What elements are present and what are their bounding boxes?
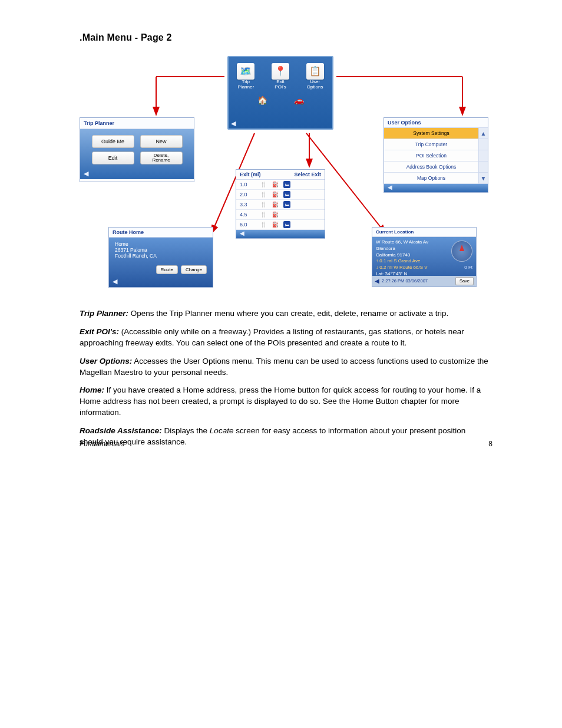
label: Exit POI's <box>275 80 286 90</box>
new-button[interactable]: New <box>140 135 183 148</box>
option-address-book[interactable]: Address Book Options <box>384 162 478 173</box>
page-footer: Fundamentals 8 <box>80 440 492 448</box>
edit-button[interactable]: Edit <box>92 151 134 164</box>
exit-poi-screenshot: Exit (mi) Select Exit 1.0🍴⛽🛏 2.0🍴⛽🛏 3.3🍴… <box>236 169 325 239</box>
user-options-title: User Options <box>384 118 488 128</box>
option-trip-computer[interactable]: Trip Computer <box>384 139 478 150</box>
back-icon[interactable]: ◀ <box>375 277 379 285</box>
route-button[interactable]: Route <box>156 265 178 274</box>
home-addr2: Foothill Ranch, CA <box>115 253 207 259</box>
description-text: Trip Planner: Opens the Trip Planner men… <box>80 308 488 448</box>
diagram-area: 🗺️ Trip Planner 📍 Exit POI's 📋 User Opti… <box>80 56 488 292</box>
exit-row[interactable]: 6.0🍴⛽🛏 <box>236 220 325 230</box>
term-home: Home: <box>80 386 104 394</box>
home-name: Home <box>115 241 207 247</box>
trip-planner-screenshot: Trip Planner Guide Me New Edit Delete, R… <box>80 117 194 182</box>
scroll-down-icon[interactable]: ▼ <box>478 173 488 184</box>
elevation: 0 Ft <box>464 265 472 271</box>
page-title: .Main Menu - Page 2 <box>80 32 488 43</box>
home-addr1: 26371 Paloma <box>115 247 207 253</box>
term-exit-pois: Exit POI's: <box>80 327 119 336</box>
current-location-title: Current Location <box>372 228 476 237</box>
back-icon[interactable]: ◀ <box>388 184 392 190</box>
loc-near2: ↓ 0.2 mi W Route 66/S V <box>376 265 428 271</box>
trip-planner-title: Trip Planner <box>80 118 194 129</box>
current-location-screenshot: Current Location W Route 66, W Alosta Av… <box>372 227 477 287</box>
route-home-screenshot: Route Home Home 26371 Paloma Foothill Ra… <box>108 227 213 288</box>
option-system-settings[interactable]: System Settings <box>384 128 478 139</box>
option-poi-selection[interactable]: POI Selection <box>384 150 478 162</box>
compass-icon <box>451 241 472 262</box>
save-button[interactable]: Save <box>455 277 474 285</box>
back-icon[interactable]: ◀ <box>113 278 117 285</box>
scroll-up-icon[interactable]: ▲ <box>478 128 488 139</box>
trip-planner-icon[interactable]: 🗺️ Trip Planner <box>237 63 254 90</box>
footer-page-number: 8 <box>488 440 492 448</box>
delete-rename-button[interactable]: Delete, Rename <box>140 151 183 164</box>
timestamp: 2:27:26 PM 03/06/2007 <box>382 278 428 284</box>
footer-section: Fundamentals <box>80 440 124 448</box>
main-menu-screenshot: 🗺️ Trip Planner 📍 Exit POI's 📋 User Opti… <box>227 56 333 130</box>
term-roadside: Roadside Assistance: <box>80 426 162 435</box>
back-icon[interactable]: ◀ <box>231 120 236 127</box>
back-icon[interactable]: ◀ <box>240 230 244 236</box>
exit-row[interactable]: 3.3🍴⛽🛏 <box>236 200 325 210</box>
label: User Options <box>307 80 323 90</box>
roadside-icon[interactable]: 🚗 <box>290 94 307 107</box>
term-trip-planner: Trip Planner: <box>80 309 128 318</box>
exit-row[interactable]: 2.0🍴⛽🛏 <box>236 190 325 200</box>
exit-row[interactable]: 4.5🍴⛽ <box>236 210 325 220</box>
exit-pois-icon[interactable]: 📍 Exit POI's <box>272 63 289 90</box>
term-user-options: User Options: <box>80 357 132 365</box>
user-options-icon[interactable]: 📋 User Options <box>306 63 324 90</box>
change-button[interactable]: Change <box>181 265 207 274</box>
option-map-options[interactable]: Map Options <box>384 173 478 184</box>
locate-word: Locate <box>210 426 234 435</box>
exit-row[interactable]: 1.0🍴⛽🛏 <box>236 180 325 190</box>
guide-me-button[interactable]: Guide Me <box>92 135 134 148</box>
user-options-screenshot: User Options System Settings▲ Trip Compu… <box>384 117 488 193</box>
route-home-title: Route Home <box>109 228 213 238</box>
exit-col2: Select Exit <box>294 172 321 177</box>
home-icon[interactable]: 🏠 <box>254 94 270 107</box>
back-icon[interactable]: ◀ <box>84 170 88 177</box>
exit-col1: Exit (mi) <box>240 172 261 177</box>
label: Trip Planner <box>238 80 254 90</box>
